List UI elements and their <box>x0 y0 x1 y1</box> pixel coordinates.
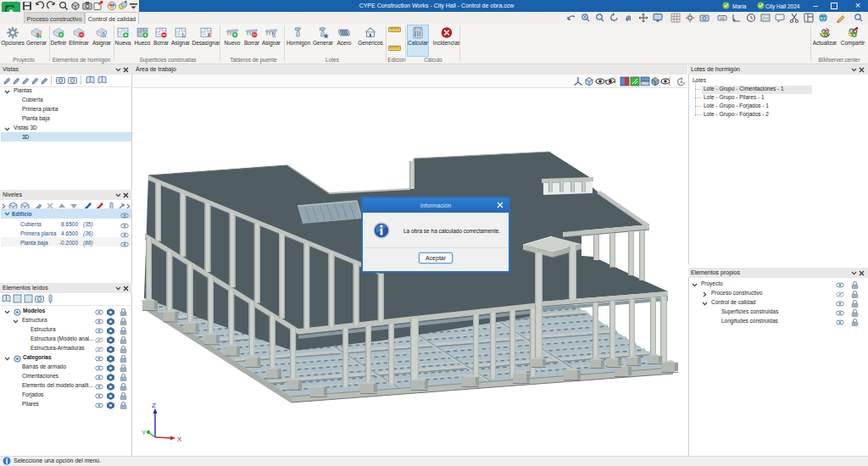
svg-text:Y: Y <box>142 429 147 436</box>
svg-text:X: X <box>177 435 182 443</box>
svg-text:Z: Z <box>152 402 156 409</box>
